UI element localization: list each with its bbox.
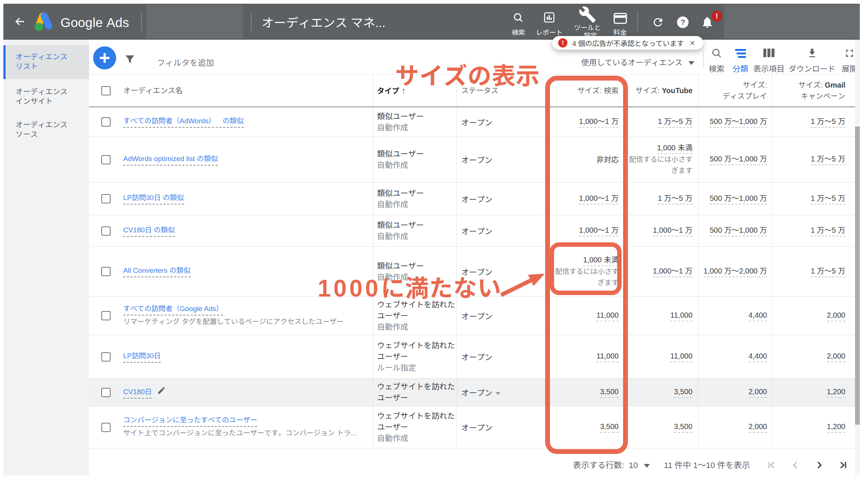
svg-text:?: ? (681, 18, 685, 26)
